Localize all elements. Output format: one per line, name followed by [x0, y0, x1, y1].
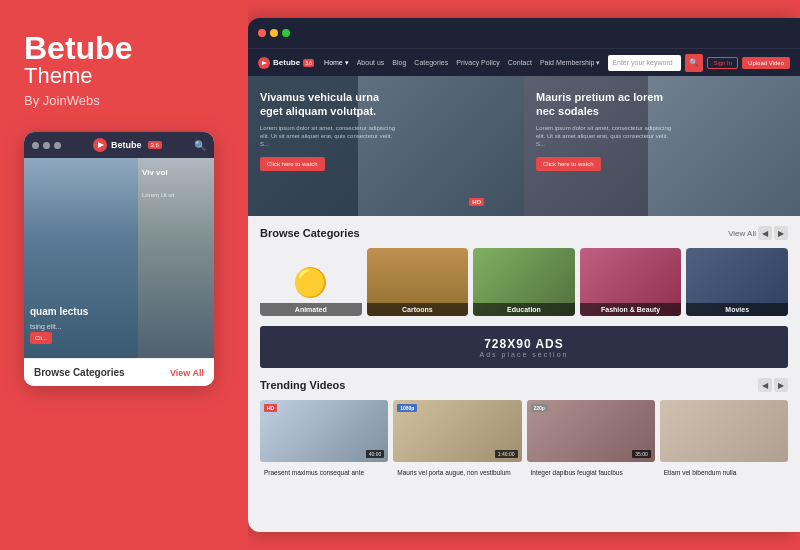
brand-title: Betube: [24, 30, 224, 67]
trending-title: Trending Videos: [260, 379, 345, 391]
hero-right-desc: Lorem ipsum dolor sit amet, consectetur …: [536, 124, 676, 149]
category-cartoons[interactable]: Cartoons: [367, 248, 469, 316]
trending-badge-3: 220p: [531, 404, 548, 412]
window-dot-green: [282, 29, 290, 37]
trending-item-2[interactable]: 1080p 1:40:00: [393, 400, 521, 462]
trending-prev-btn[interactable]: ◀: [758, 378, 772, 392]
categories-viewall: View All ◀ ▶: [728, 226, 788, 240]
nav-privacy[interactable]: Privacy Policy: [452, 59, 504, 66]
nav-about[interactable]: About us: [353, 59, 389, 66]
mobile-header: Betube 3.6 🔍: [24, 132, 214, 158]
ads-title: 728X90 ADS: [484, 337, 564, 351]
brand-subtitle: Theme: [24, 63, 224, 89]
hero-right-btn[interactable]: Click here to watch: [536, 157, 601, 171]
nav-home[interactable]: Home ▾: [320, 59, 353, 67]
mobile-badge: 3.6: [148, 141, 162, 149]
ads-subtitle: Ads place section: [480, 351, 569, 358]
desktop-preview: Betube 3.6 Home ▾ About us Blog Categori…: [248, 18, 800, 532]
hero-right: Mauris pretium ac lorem nec sodales Lore…: [524, 76, 800, 216]
mobile-hero-left: quam lectus tsing elit... Cli...: [24, 158, 138, 358]
nav-upload-button[interactable]: Upload Video: [742, 57, 790, 69]
trending-titles: Praesent maximus consequat ante Mauris v…: [260, 466, 788, 477]
nav-logo-area: Betube 3.6: [258, 57, 314, 69]
mobile-dot-3: [54, 142, 61, 149]
mobile-window-dots: [32, 142, 61, 149]
main-content: Browse Categories View All ◀ ▶ 🟡 Animate…: [248, 216, 800, 532]
desktop-window-header: [248, 18, 800, 48]
category-fashion[interactable]: Fashion & Beauty: [580, 248, 682, 316]
mobile-logo-text: Betube: [111, 140, 142, 150]
mobile-hero-right-sub: Lorem Ut sit: [142, 192, 174, 198]
hero-left: Vivamus vehicula urna eget aliquam volut…: [248, 76, 524, 216]
trending-item-3[interactable]: 220p 35:00: [527, 400, 655, 462]
category-animated[interactable]: 🟡 Animated: [260, 248, 362, 316]
hero-left-btn[interactable]: Click here to watch: [260, 157, 325, 171]
trending-item-1[interactable]: HD 40:00: [260, 400, 388, 462]
nav-search-placeholder: Enter your keyword: [612, 59, 672, 66]
category-movies-label: Movies: [686, 303, 788, 316]
category-movies[interactable]: Movies: [686, 248, 788, 316]
category-animated-label: Animated: [260, 303, 362, 316]
mobile-footer: Browse Categories View All: [24, 358, 214, 386]
mobile-dot-2: [43, 142, 50, 149]
hero-hd-badge: HD: [469, 198, 484, 206]
trending-title-2: Mauris vel porta augue, non vestibulum: [393, 466, 521, 477]
nav-search-field[interactable]: Enter your keyword: [608, 55, 681, 71]
categories-title: Browse Categories: [260, 227, 360, 239]
mobile-hero-right-title: Viv vol: [142, 168, 168, 178]
trending-time-2: 1:40:00: [495, 450, 518, 458]
trending-title-3: Integer dapibus feugiat faucibus: [527, 466, 655, 477]
nav-blog[interactable]: Blog: [388, 59, 410, 66]
desktop-window-dots: [258, 29, 290, 37]
mobile-browse-categories-label: Browse Categories: [34, 367, 125, 378]
mobile-hero-left-sub: tsing elit...: [30, 323, 62, 330]
categories-next-btn[interactable]: ▶: [774, 226, 788, 240]
left-panel: Betube Theme By JoinWebs Betube 3.6 🔍 qu…: [0, 0, 248, 550]
hero-left-desc: Lorem ipsum dolor sit amet, consectetur …: [260, 124, 400, 149]
window-dot-red: [258, 29, 266, 37]
categories-grid: 🟡 Animated Cartoons Education Fashion & …: [260, 248, 788, 316]
trending-title-1: Praesent maximus consequat ante: [260, 466, 388, 477]
mobile-view-all-link[interactable]: View All: [170, 368, 204, 378]
trending-badge-1: HD: [264, 404, 277, 412]
trending-next-btn[interactable]: ▶: [774, 378, 788, 392]
categories-header: Browse Categories View All ◀ ▶: [260, 226, 788, 240]
category-education-label: Education: [473, 303, 575, 316]
hero-left-title: Vivamus vehicula urna eget aliquam volut…: [260, 90, 400, 119]
mobile-play-icon: [93, 138, 107, 152]
mobile-content: quam lectus tsing elit... Cli... Viv vol…: [24, 158, 214, 358]
trending-grid: HD 40:00 1080p 1:40:00 220p 35:00: [260, 400, 788, 462]
nav-signin-button[interactable]: Sign In: [707, 57, 738, 69]
mobile-hero-right-image: [138, 158, 214, 358]
trending-time-3: 35:00: [632, 450, 651, 458]
category-cartoons-label: Cartoons: [367, 303, 469, 316]
category-education[interactable]: Education: [473, 248, 575, 316]
hero-right-content: Mauris pretium ac lorem nec sodales Lore…: [536, 90, 676, 171]
categories-viewall-label[interactable]: View All: [728, 229, 756, 238]
hero-section: Vivamus vehicula urna eget aliquam volut…: [248, 76, 800, 216]
brand-by: By JoinWebs: [24, 93, 224, 108]
nav-badge: 3.6: [303, 59, 314, 67]
desktop-navbar: Betube 3.6 Home ▾ About us Blog Categori…: [248, 48, 800, 76]
mobile-preview-card: Betube 3.6 🔍 quam lectus tsing elit... C…: [24, 132, 214, 386]
trending-item-4[interactable]: [660, 400, 788, 462]
mobile-logo-row: Betube 3.6: [93, 138, 162, 152]
trending-time-1: 40:00: [366, 450, 385, 458]
nav-categories[interactable]: Categories: [410, 59, 452, 66]
mobile-hero-left-btn[interactable]: Cli...: [30, 332, 52, 344]
nav-paid-membership[interactable]: Paid Membership ▾: [536, 59, 604, 67]
mobile-dot-1: [32, 142, 39, 149]
mobile-hero-right: Viv vol Lorem Ut sit: [138, 158, 214, 358]
hero-left-content: Vivamus vehicula urna eget aliquam volut…: [260, 90, 400, 171]
nav-logo-text: Betube: [273, 58, 300, 67]
categories-prev-btn[interactable]: ◀: [758, 226, 772, 240]
mobile-search-icon[interactable]: 🔍: [194, 140, 206, 151]
category-fashion-label: Fashion & Beauty: [580, 303, 682, 316]
nav-play-icon: [258, 57, 270, 69]
mobile-hero-left-title: quam lectus: [30, 306, 88, 318]
trending-title-4: Etiam vel bibendum nulla: [660, 466, 788, 477]
window-dot-yellow: [270, 29, 278, 37]
nav-contact[interactable]: Contact: [504, 59, 536, 66]
ads-banner: 728X90 ADS Ads place section: [260, 326, 788, 368]
nav-search-button[interactable]: 🔍: [685, 54, 703, 72]
